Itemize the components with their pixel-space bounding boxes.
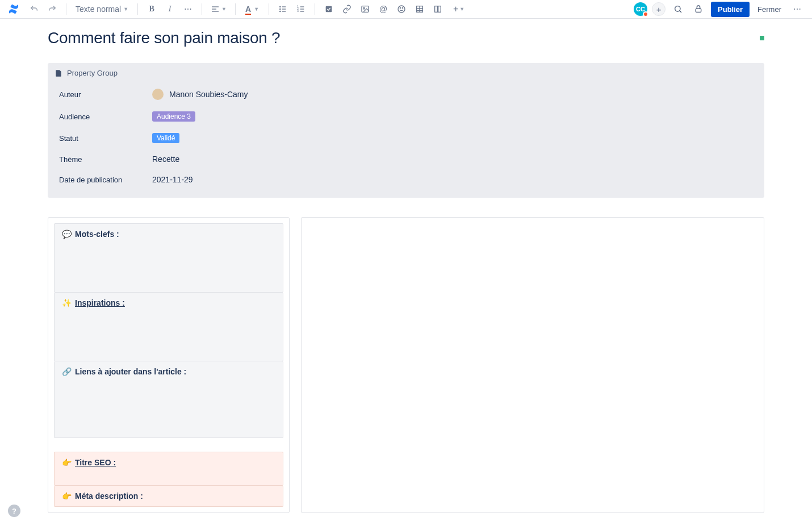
emoji-button[interactable]: [394, 1, 409, 17]
separator: [66, 3, 66, 15]
panel-seo-title-label: 👉 Titre SEO :: [61, 458, 276, 467]
gray-panel-stack: 💬 Mots-clefs : ✨ Inspirations : 🔗 Li: [54, 223, 283, 438]
bullet-list-button[interactable]: [275, 1, 291, 17]
speech-bubble-icon: 💬: [61, 230, 72, 239]
text-style-dropdown[interactable]: Texte normal ▼: [72, 1, 132, 17]
property-value-author[interactable]: Manon Soubies-Camy: [152, 89, 248, 100]
property-label: Thème: [59, 155, 152, 164]
spacer: [54, 438, 283, 452]
editor-content[interactable]: Comment faire son pain maison ? Property…: [0, 19, 812, 525]
bold-icon: B: [149, 5, 154, 14]
layout-column-left[interactable]: 💬 Mots-clefs : ✨ Inspirations : 🔗 Li: [48, 217, 290, 513]
property-value-theme[interactable]: Recette: [152, 155, 179, 164]
panel-inspirations-title: Inspirations :: [75, 298, 125, 307]
panel-links-body[interactable]: [61, 376, 276, 432]
panel-inspirations[interactable]: ✨ Inspirations :: [54, 293, 283, 361]
svg-point-18: [398, 6, 405, 13]
separator: [235, 3, 236, 15]
orange-panel-stack: 👉 Titre SEO : 👉 Méta description :: [54, 452, 283, 507]
svg-point-4: [280, 9, 281, 9]
table-button[interactable]: [412, 1, 428, 17]
svg-rect-26: [438, 6, 441, 13]
panel-inspirations-body[interactable]: [61, 307, 276, 355]
ellipsis-icon: ⋯: [184, 5, 192, 14]
property-value-date[interactable]: 2021-11-29: [152, 175, 193, 184]
property-row-status: Statut Validé: [59, 127, 753, 149]
link-button[interactable]: [339, 1, 355, 17]
sparkles-icon: ✨: [61, 298, 72, 307]
text-color-icon: A: [245, 5, 251, 14]
align-button[interactable]: ▼: [208, 1, 229, 17]
help-button[interactable]: ?: [8, 505, 20, 517]
property-label: Date de publication: [59, 176, 152, 184]
mention-button[interactable]: @: [375, 1, 391, 17]
property-label: Audience: [59, 113, 152, 121]
publish-button[interactable]: Publier: [711, 2, 750, 17]
undo-button[interactable]: [26, 1, 42, 17]
layout-columns: 💬 Mots-clefs : ✨ Inspirations : 🔗 Li: [48, 217, 764, 513]
separator: [137, 3, 138, 15]
page-title-row: Comment faire son pain maison ?: [48, 29, 764, 47]
help-icon-label: ?: [12, 507, 16, 515]
panel-keywords-label: 💬 Mots-clefs :: [61, 230, 276, 239]
author-name: Manon Soubies-Camy: [169, 90, 248, 99]
save-indicator-icon: [760, 36, 764, 40]
close-button[interactable]: Fermer: [754, 3, 785, 16]
chevron-down-icon: ▼: [221, 6, 227, 12]
restrictions-button[interactable]: [690, 1, 706, 17]
svg-rect-15: [326, 6, 332, 13]
svg-rect-25: [435, 6, 438, 13]
panel-inspirations-label: ✨ Inspirations :: [61, 298, 276, 307]
property-value-status[interactable]: Validé: [152, 133, 179, 143]
separator: [315, 3, 315, 15]
editor-toolbar: Texte normal ▼ B I ⋯ ▼ A ▼ 123: [0, 0, 812, 19]
svg-point-17: [363, 7, 365, 9]
user-avatar[interactable]: CC: [634, 2, 647, 16]
status-tag: Validé: [152, 133, 179, 143]
separator: [269, 3, 269, 15]
svg-point-20: [402, 7, 403, 8]
property-row-date: Date de publication 2021-11-29: [59, 169, 753, 190]
ellipsis-icon: ⋯: [793, 5, 801, 14]
toolbar-right-group: CC + Publier Fermer ⋯: [634, 1, 805, 17]
action-item-button[interactable]: [321, 1, 337, 17]
page-title[interactable]: Comment faire son pain maison ?: [48, 29, 280, 47]
plus-icon: +: [453, 4, 458, 14]
panel-links-title: Liens à ajouter dans l'article :: [75, 367, 186, 376]
panel-links[interactable]: 🔗 Liens à ajouter dans l'article :: [54, 361, 283, 438]
redo-button[interactable]: [44, 1, 60, 17]
bold-button[interactable]: B: [144, 1, 160, 17]
insert-more-button[interactable]: + ▼: [448, 1, 470, 17]
italic-button[interactable]: I: [162, 1, 178, 17]
author-avatar-icon: [152, 89, 164, 100]
panel-keywords[interactable]: 💬 Mots-clefs :: [54, 223, 283, 293]
panel-meta-desc[interactable]: 👉 Méta description :: [54, 486, 283, 507]
numbered-list-button[interactable]: 123: [293, 1, 309, 17]
invite-button[interactable]: +: [652, 2, 665, 16]
property-row-author: Auteur Manon Soubies-Camy: [59, 83, 753, 106]
image-button[interactable]: [357, 1, 373, 17]
layout-column-right[interactable]: [301, 217, 764, 513]
more-actions-button[interactable]: ⋯: [789, 1, 805, 17]
layouts-button[interactable]: [430, 1, 446, 17]
panel-seo-title[interactable]: 👉 Titre SEO :: [54, 452, 283, 486]
avatar-status-indicator: [643, 11, 648, 17]
property-label: Statut: [59, 134, 152, 143]
svg-point-3: [280, 6, 281, 7]
chevron-down-icon: ▼: [459, 6, 464, 12]
text-color-button[interactable]: A ▼: [241, 1, 263, 17]
panel-keywords-body[interactable]: [61, 239, 276, 286]
search-button[interactable]: [670, 1, 686, 17]
toolbar-left-group: Texte normal ▼ B I ⋯ ▼ A ▼ 123: [7, 1, 470, 17]
separator: [202, 3, 202, 15]
more-formatting-button[interactable]: ⋯: [180, 1, 196, 17]
property-group-title: Property Group: [67, 69, 118, 77]
property-value-audience[interactable]: Audience 3: [152, 111, 195, 122]
document-icon: [55, 69, 62, 77]
panel-links-label: 🔗 Liens à ajouter dans l'article :: [61, 367, 276, 376]
svg-line-28: [680, 11, 681, 13]
property-group-header: Property Group: [48, 63, 764, 83]
panel-seo-title-body[interactable]: [61, 467, 276, 480]
chevron-down-icon: ▼: [254, 6, 259, 12]
property-group-panel[interactable]: Property Group Auteur Manon Soubies-Camy…: [48, 63, 764, 198]
